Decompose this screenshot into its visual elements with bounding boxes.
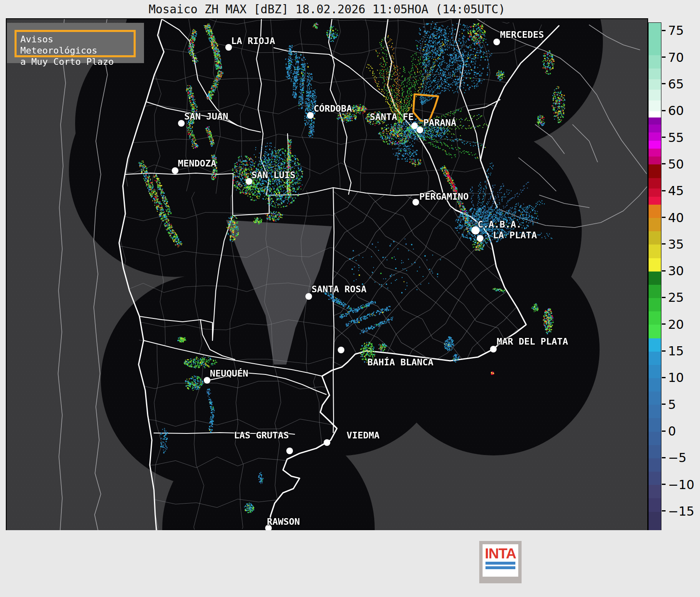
warning-legend-line2: a Muy Corto Plazo bbox=[20, 56, 134, 67]
colorbar-segment bbox=[649, 231, 661, 245]
colorbar-segment bbox=[649, 196, 661, 205]
city-dot bbox=[490, 346, 497, 352]
city-label: SANTA ROSA bbox=[312, 284, 366, 294]
radar-map: LA RIOJAMERCEDESSAN JUANCÓRDOBASANTA FEP… bbox=[6, 18, 648, 531]
city-dot bbox=[204, 377, 210, 384]
colorbar-tick-label: 10 bbox=[668, 370, 684, 385]
colorbar-tick-label: −5 bbox=[668, 450, 686, 465]
footer: Servicio Meteorológico Nacional Argentin… bbox=[0, 530, 700, 597]
city-dot bbox=[324, 439, 330, 446]
colorbar-segment bbox=[649, 298, 661, 311]
colorbar-segment bbox=[649, 164, 661, 178]
colorbar-tick bbox=[662, 510, 666, 511]
colorbar-segment bbox=[649, 445, 661, 458]
colorbar-tick-label: 5 bbox=[668, 397, 676, 411]
colorbar-segment bbox=[649, 351, 661, 365]
colorbar-segment bbox=[649, 325, 661, 338]
inta-logo: INTA bbox=[479, 541, 522, 583]
colorbar-segment bbox=[649, 391, 661, 405]
colorbar-tick-label: 35 bbox=[668, 237, 684, 251]
colorbar-tick-label: 40 bbox=[668, 210, 684, 225]
colorbar-segment bbox=[649, 23, 661, 55]
colorbar-segment bbox=[649, 418, 661, 432]
warning-legend-border: Avisos Meteorológicos a Muy Corto Plazo bbox=[15, 30, 136, 57]
colorbar-segment bbox=[649, 338, 661, 352]
city-dot bbox=[305, 293, 312, 300]
colorbar-segment bbox=[649, 204, 661, 218]
city-label: LA PLATA bbox=[493, 230, 537, 240]
colorbar-segment bbox=[649, 431, 661, 445]
city-label: RAWSON bbox=[267, 516, 300, 527]
inta-wordmark: INTA bbox=[485, 546, 516, 560]
colorbar-segment bbox=[649, 218, 661, 232]
colorbar-tick bbox=[662, 270, 666, 272]
city-dot bbox=[493, 39, 500, 45]
colorbar-tick-label: 75 bbox=[668, 23, 684, 38]
city-label: VIEDMA bbox=[346, 430, 379, 440]
colorbar-segment bbox=[649, 498, 661, 512]
colorbar-segment bbox=[649, 111, 661, 117]
colorbar-tick-label: 0 bbox=[668, 424, 676, 438]
colorbar-tick bbox=[662, 404, 666, 405]
colorbar-tick-label: 25 bbox=[668, 290, 684, 305]
colorbar-segment bbox=[649, 68, 661, 79]
colorbar-tick-label: 70 bbox=[668, 50, 684, 64]
colorbar-tick bbox=[662, 56, 666, 58]
colorbar-tick-label: 65 bbox=[668, 76, 684, 91]
colorbar-tick bbox=[662, 217, 666, 218]
colorbar-segment bbox=[649, 178, 661, 188]
city-label: LA RIOJA bbox=[231, 36, 275, 46]
city-label: CÓRDOBA bbox=[314, 103, 352, 114]
inta-bar-1 bbox=[485, 562, 515, 565]
colorbar-tick bbox=[662, 30, 666, 31]
city-dot bbox=[417, 127, 423, 133]
city-label: C.A.B.A. bbox=[478, 219, 522, 230]
colorbar-tick bbox=[662, 323, 666, 325]
colorbar-segment bbox=[649, 90, 661, 100]
city-label: MERCEDES bbox=[500, 29, 544, 40]
colorbar-tick-label: 60 bbox=[668, 103, 684, 118]
city-label: PERGAMINO bbox=[419, 191, 468, 202]
colorbar-segment bbox=[649, 245, 661, 258]
city-label: PARANÁ bbox=[423, 117, 456, 128]
city-dot bbox=[286, 448, 293, 454]
colorbar-segment bbox=[649, 140, 661, 149]
colorbar-tick-label: 30 bbox=[668, 264, 684, 278]
warning-legend-line1: Avisos Meteorológicos bbox=[20, 34, 134, 56]
colorbar-segment bbox=[649, 511, 661, 531]
colorbar-segment bbox=[649, 79, 661, 90]
colorbar-tick bbox=[662, 163, 666, 164]
colorbar-tick bbox=[662, 457, 666, 458]
colorbar-tick bbox=[662, 350, 666, 352]
colorbar-tick-label: −10 bbox=[668, 477, 694, 492]
colorbar-tick-label: 50 bbox=[668, 157, 684, 171]
colorbar-segment bbox=[649, 188, 661, 197]
city-label: NEUQUÉN bbox=[210, 368, 249, 379]
city-dot bbox=[477, 235, 483, 242]
colorbar-segment bbox=[649, 148, 661, 157]
colorbar-tick bbox=[662, 190, 666, 191]
city-label: LAS GRUTAS bbox=[234, 430, 289, 440]
colorbar-tick bbox=[662, 431, 666, 432]
city-label: BAHÍA BLANCA bbox=[368, 357, 434, 367]
colorbar-tick bbox=[662, 297, 666, 298]
colorbar-tick bbox=[662, 377, 666, 378]
colorbar-tick-label: 55 bbox=[668, 130, 684, 144]
radar-mosaic-canvas bbox=[7, 19, 647, 530]
warning-legend-box: Avisos Meteorológicos a Muy Corto Plazo bbox=[7, 23, 144, 63]
colorbar-tick-label: −15 bbox=[668, 504, 694, 518]
colorbar-tick-label: 20 bbox=[668, 317, 684, 331]
city-dot bbox=[172, 167, 178, 174]
inta-bar-2 bbox=[485, 566, 515, 569]
colorbar-segment bbox=[649, 55, 661, 69]
colorbar-tick bbox=[662, 484, 666, 485]
colorbar-segment bbox=[649, 100, 661, 111]
colorbar-segment bbox=[649, 117, 661, 125]
colorbar-tick bbox=[662, 243, 666, 245]
colorbar-segment bbox=[649, 365, 661, 378]
colorbar-segment bbox=[649, 485, 661, 499]
city-label: MAR DEL PLATA bbox=[497, 336, 568, 347]
colorbar-segment bbox=[649, 157, 661, 165]
colorbar-segment bbox=[649, 124, 661, 132]
colorbar-segment bbox=[649, 458, 661, 472]
